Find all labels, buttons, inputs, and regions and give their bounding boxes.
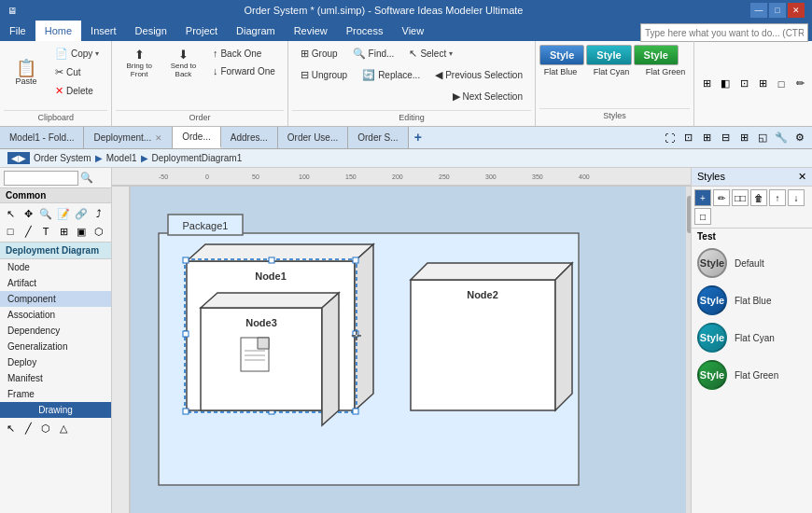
sidebar-item-component[interactable]: Component (0, 291, 111, 307)
drawing-tool-2[interactable]: ╱ (20, 420, 36, 437)
style-button-2[interactable]: Style (586, 45, 631, 65)
replace-button[interactable]: 🔄 Replace... (356, 66, 427, 84)
sidebar-tool-zoom[interactable]: 🔍 (37, 205, 54, 222)
menu-insert[interactable]: Insert (81, 21, 126, 41)
styles-down-btn[interactable]: ↓ (788, 189, 805, 206)
canvas-tool-5[interactable]: ⊞ (735, 130, 752, 146)
menu-process[interactable]: Process (337, 21, 393, 41)
styles-edit-btn[interactable]: ✏ (713, 189, 730, 206)
styles-add-btn[interactable]: + (694, 189, 711, 206)
menu-file[interactable]: File (0, 21, 35, 41)
sidebar-tool-11[interactable]: ⬡ (91, 223, 107, 240)
sidebar-item-node[interactable]: Node (0, 259, 111, 275)
sidebar-item-dependency[interactable]: Dependency (0, 323, 111, 339)
style-item-default[interactable]: Style Default (692, 244, 812, 282)
sidebar-item-generalization[interactable]: Generalization (0, 339, 111, 354)
tab-deployment-close[interactable]: ✕ (155, 133, 162, 143)
extra-tool-1[interactable]: ⊞ (698, 76, 715, 92)
sidebar-item-frame[interactable]: Frame (0, 386, 111, 402)
style-button-3[interactable]: Style (634, 45, 679, 65)
sidebar-tool-pan[interactable]: ✥ (20, 205, 36, 222)
sidebar-tool-10[interactable]: ▣ (73, 223, 90, 240)
canvas-tool-3[interactable]: ⊞ (698, 130, 715, 146)
style-item-flat-blue[interactable]: Style Flat Blue (692, 282, 812, 319)
styles-delete-btn[interactable]: 🗑 (750, 189, 767, 206)
styles-up-btn[interactable]: ↑ (769, 189, 786, 206)
order-secondary: ↑ Back One ↓ Forward One (206, 45, 282, 79)
copy-button[interactable]: 📄 Copy ▾ (49, 45, 105, 62)
select-button[interactable]: ↖ Select ▾ (402, 45, 459, 62)
sidebar-tool-rect[interactable]: □ (2, 223, 19, 240)
tab-address[interactable]: Addres... (221, 127, 278, 148)
next-selection-button[interactable]: ▶ Next Selection (446, 88, 529, 105)
tab-orde[interactable]: Orde... (173, 127, 221, 148)
tab-orders[interactable]: Order S... (348, 127, 408, 148)
add-tab-button[interactable]: + (409, 127, 427, 148)
ribbon-search-input[interactable] (640, 23, 808, 42)
sidebar-tool-5[interactable]: ⤴ (91, 205, 107, 222)
canvas-tool-1[interactable]: ⛶ (661, 130, 678, 146)
sidebar-tool-link[interactable]: 🔗 (73, 205, 90, 222)
tab-orderuse[interactable]: Order Use... (278, 127, 348, 148)
minimize-button[interactable]: — (750, 3, 767, 18)
extra-tool-6[interactable]: ✏ (791, 76, 808, 92)
ungroup-button[interactable]: ⊟ Ungroup (294, 66, 354, 84)
canvas-tool-6[interactable]: ◱ (754, 130, 771, 146)
sidebar-item-manifest[interactable]: Manifest (0, 370, 111, 386)
canvas-tool-4[interactable]: ⊟ (717, 130, 734, 146)
extra-tool-3[interactable]: ⊡ (735, 76, 752, 92)
sidebar-tool-text[interactable]: T (37, 223, 54, 240)
style-button-1[interactable]: Style (539, 45, 584, 65)
styles-copy-btn[interactable]: □□ (732, 189, 749, 206)
menu-review[interactable]: Review (285, 21, 337, 41)
breadcrumb-nav-button[interactable]: ◀▶ (7, 152, 30, 164)
style-item-flat-green[interactable]: Style Flat Green (692, 356, 812, 394)
back-one-button[interactable]: ↑ Back One (206, 45, 282, 62)
breadcrumb-item-1[interactable]: Model1 (106, 153, 137, 163)
sidebar-search-input[interactable] (4, 171, 78, 186)
canvas-tool-8[interactable]: ⚙ (791, 130, 808, 146)
canvas-area[interactable]: -50 0 50 100 150 200 250 300 350 400 (112, 168, 691, 513)
svg-rect-46 (687, 196, 691, 233)
diagram-canvas[interactable]: Package1 Node1 ✛ (131, 187, 691, 513)
styles-panel-close[interactable]: ✕ (798, 171, 806, 183)
styles-rect-btn[interactable]: □ (694, 208, 711, 225)
sidebar-tool-line[interactable]: ╱ (20, 223, 36, 240)
sidebar-item-artifact[interactable]: Artifact (0, 275, 111, 291)
drawing-tool-3[interactable]: ⬡ (37, 420, 54, 437)
delete-button[interactable]: ✕ Delete (49, 82, 105, 100)
group-button[interactable]: ⊞ Group (294, 45, 344, 62)
sidebar-tool-9[interactable]: ⊞ (55, 223, 72, 240)
menu-view[interactable]: View (393, 21, 434, 41)
breadcrumb-item-0[interactable]: Order System (34, 153, 91, 163)
menu-design[interactable]: Design (126, 21, 176, 41)
maximize-button[interactable]: □ (769, 3, 786, 18)
breadcrumb-item-2[interactable]: DeploymentDiagram1 (152, 153, 243, 163)
tab-deployment[interactable]: Deployment... ✕ (84, 127, 173, 148)
forward-one-button[interactable]: ↓ Forward One (206, 62, 282, 79)
send-to-back-button[interactable]: ⬇ Send to Back (162, 45, 204, 81)
tab-model1[interactable]: Model1 - Fold... (0, 127, 84, 148)
menu-diagram[interactable]: Diagram (227, 21, 285, 41)
close-button[interactable]: ✕ (788, 3, 805, 18)
menu-project[interactable]: Project (176, 21, 227, 41)
drawing-tool-4[interactable]: △ (55, 420, 72, 437)
sidebar-item-deploy[interactable]: Deploy (0, 354, 111, 370)
extra-tool-5[interactable]: □ (773, 76, 790, 92)
menu-home[interactable]: Home (35, 21, 81, 41)
extra-tool-2[interactable]: ◧ (717, 76, 734, 92)
paste-button[interactable]: 📋 Paste (6, 45, 47, 101)
extra-tool-4[interactable]: ⊞ (754, 76, 771, 92)
bring-to-front-button[interactable]: ⬆ Bring to Front (118, 45, 161, 81)
cut-button[interactable]: ✂ Cut (49, 63, 105, 81)
sidebar-item-association[interactable]: Association (0, 307, 111, 323)
drawing-tool-1[interactable]: ↖ (2, 420, 19, 437)
prev-selection-button[interactable]: ◀ Previous Selection (428, 66, 529, 84)
canvas-tool-2[interactable]: ⊡ (679, 130, 696, 146)
sidebar-tool-note[interactable]: 📝 (55, 205, 72, 222)
sidebar-tool-pointer[interactable]: ↖ (2, 205, 19, 222)
style-item-flat-cyan[interactable]: Style Flat Cyan (692, 319, 812, 356)
canvas-tool-7[interactable]: 🔧 (773, 130, 790, 146)
find-button[interactable]: 🔍 Find... (346, 45, 401, 62)
sidebar-search-button[interactable]: 🔍 (78, 170, 95, 187)
